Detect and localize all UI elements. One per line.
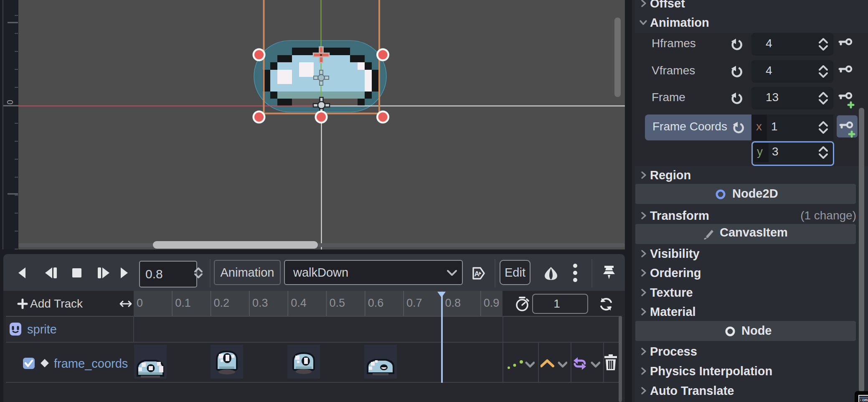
- svg-text:0.1: 0.1: [175, 297, 191, 309]
- svg-text:0.6: 0.6: [368, 297, 384, 309]
- svg-text:0.8: 0.8: [445, 297, 461, 309]
- svg-text:0: 0: [137, 297, 143, 309]
- svg-text:0.4: 0.4: [291, 297, 307, 309]
- svg-text:0.2: 0.2: [214, 297, 230, 309]
- svg-text:0.3: 0.3: [252, 297, 268, 309]
- svg-text:0.9: 0.9: [484, 297, 500, 309]
- svg-text:A: A: [475, 270, 480, 278]
- svg-text:0.7: 0.7: [406, 297, 422, 309]
- svg-text:0.5: 0.5: [330, 297, 345, 309]
